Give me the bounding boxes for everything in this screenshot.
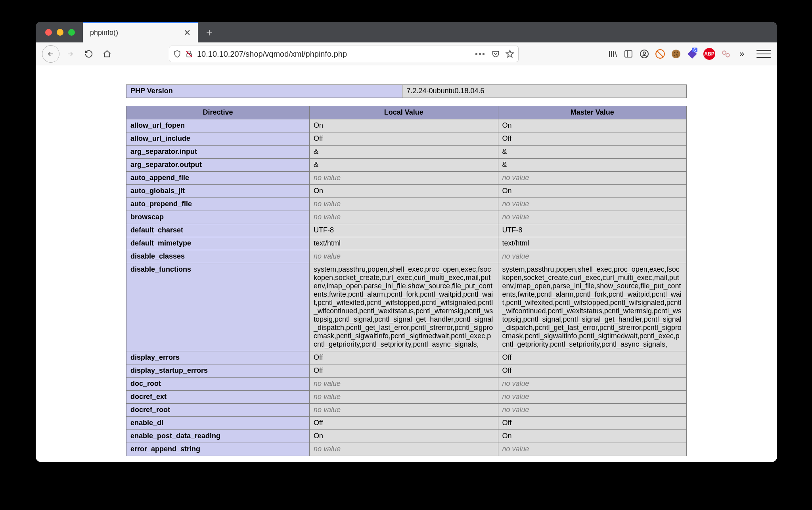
library-icon[interactable] [607,49,618,59]
minimize-window-button[interactable] [57,29,63,36]
php-version-value: 7.2.24-0ubuntu0.18.04.6 [402,85,687,98]
close-tab-icon[interactable]: ✕ [184,29,191,37]
directive-name: auto_prepend_file [126,198,310,211]
table-row: display_errorsOffOff [126,351,687,364]
local-value: & [310,146,498,159]
local-value: UTF-8 [310,224,498,237]
local-value: Off [310,132,498,146]
table-row: disable_functionssystem,passthru,popen,s… [126,263,687,351]
directive-name: doc_root [126,378,310,391]
foxyproxy-extension-icon[interactable] [721,49,731,59]
shield-icon[interactable] [173,50,181,58]
new-tab-button[interactable]: ＋ [204,25,214,39]
cookie-extension-icon[interactable] [671,49,681,59]
directive-name: auto_append_file [126,172,310,185]
master-value: no value [498,443,686,456]
master-value: UTF-8 [498,224,686,237]
svg-point-9 [676,54,678,56]
browser-tab[interactable]: phpinfo() ✕ [83,22,198,42]
forward-button[interactable] [62,46,79,62]
master-value: no value [498,198,686,211]
directive-name: allow_url_include [126,132,310,146]
table-row: default_charsetUTF-8UTF-8 [126,224,687,237]
directive-name: enable_post_data_reading [126,430,310,443]
local-value: text/html [310,237,498,250]
directive-name: display_errors [126,351,310,364]
master-value: no value [498,211,686,224]
directive-name: enable_dl [126,417,310,430]
master-value: text/html [498,237,686,250]
table-row: arg_separator.output&& [126,159,687,172]
master-value: no value [498,391,686,404]
reader-pocket-icon[interactable] [491,50,500,58]
arrow-right-icon [66,50,74,58]
local-value: system,passthru,popen,shell_exec,proc_op… [310,263,498,351]
svg-point-6 [674,52,675,53]
local-value: On [310,430,498,443]
local-value: & [310,159,498,172]
table-row: auto_append_fileno valueno value [126,172,687,185]
table-row: doc_rootno valueno value [126,378,687,391]
master-value: no value [498,404,686,417]
insecure-connection-icon[interactable] [185,50,193,58]
master-value: On [498,119,686,132]
overflow-icon[interactable]: » [737,49,747,59]
url-text: 10.10.10.207/shop/vqmod/xml/phpinfo.php [197,50,471,59]
directive-name: error_append_string [126,443,310,456]
svg-point-5 [672,50,680,58]
table-row: auto_globals_jitOnOn [126,185,687,198]
wappalyzer-extension-icon[interactable]: 6 [687,48,698,59]
svg-rect-1 [625,51,632,57]
master-value: Off [498,417,686,430]
svg-point-12 [726,54,730,57]
svg-point-7 [677,52,678,53]
php-version-table: PHP Version 7.2.24-0ubuntu0.18.04.6 [126,84,687,98]
master-value: no value [498,378,686,391]
table-row: disable_classesno valueno value [126,250,687,263]
page-viewport: PHP Version 7.2.24-0ubuntu0.18.04.6 Dire… [36,65,777,462]
extension-icons: 6 ABP » [607,47,771,61]
table-row: enable_post_data_readingOnOn [126,430,687,443]
table-row: display_startup_errorsOffOff [126,364,687,378]
table-row: enable_dlOffOff [126,417,687,430]
directive-name: default_mimetype [126,237,310,250]
extension-badge: 6 [692,48,697,52]
bookmark-star-icon[interactable] [506,50,514,58]
hamburger-menu-button[interactable] [756,47,771,61]
browser-window: phpinfo() ✕ ＋ 10.10.10.207/shop/vqmod/xm… [36,22,777,462]
local-value: no value [310,378,498,391]
account-icon[interactable] [639,49,649,59]
table-row: arg_separator.input&& [126,146,687,159]
table-row: error_append_stringno valueno value [126,443,687,456]
maximize-window-button[interactable] [68,29,75,36]
svg-point-10 [677,56,678,57]
master-value: Off [498,132,686,146]
tab-title: phpinfo() [90,29,118,37]
master-value: no value [498,250,686,263]
back-button[interactable] [42,45,59,63]
table-row: docref_rootno valueno value [126,404,687,417]
col-master-value: Master Value [498,106,686,119]
sidebar-icon[interactable] [623,49,634,59]
adblock-extension-icon[interactable]: ABP [703,48,715,60]
master-value: & [498,159,686,172]
directive-name: disable_classes [126,250,310,263]
home-button[interactable] [99,46,115,62]
arrow-left-icon [47,50,55,58]
directives-table: Directive Local Value Master Value allow… [126,106,687,456]
directive-name: arg_separator.output [126,159,310,172]
table-row: allow_url_fopenOnOn [126,119,687,132]
page-actions-icon[interactable]: ••• [475,50,486,59]
home-icon [103,50,111,58]
local-value: no value [310,443,498,456]
window-controls [36,29,83,36]
address-bar[interactable]: 10.10.10.207/shop/vqmod/xml/phpinfo.php … [169,46,519,62]
local-value: On [310,185,498,198]
directive-name: auto_globals_jit [126,185,310,198]
noscript-extension-icon[interactable] [655,49,665,59]
reload-button[interactable] [81,46,97,62]
directive-name: docref_root [126,404,310,417]
close-window-button[interactable] [45,29,52,36]
directive-name: disable_functions [126,263,310,351]
table-row: docref_extno valueno value [126,391,687,404]
